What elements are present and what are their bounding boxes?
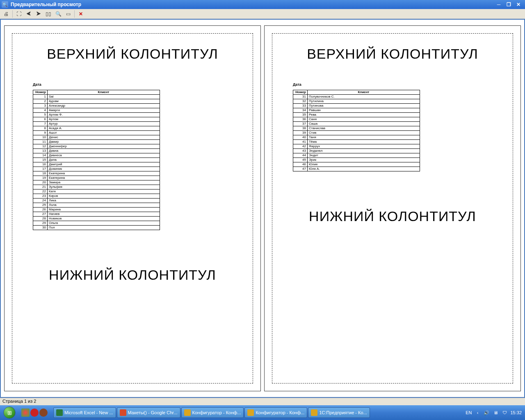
cell-client: Лола <box>47 203 160 208</box>
table-row: 43Энджнел <box>293 149 420 153</box>
cell-number: 7 <box>33 122 48 126</box>
cell-number: 22 <box>33 189 48 194</box>
table-row: 24Лика <box>33 199 160 203</box>
cell-number: 6 <box>33 117 48 122</box>
taskbar-item[interactable]: Конфигуратор - Конф... <box>244 407 307 418</box>
table-row: 33Путинова <box>293 104 420 108</box>
cell-number: 32 <box>293 99 308 104</box>
cell-client: Sal <box>47 95 160 99</box>
close-button[interactable]: ✕ <box>514 1 523 8</box>
taskbar-item-label: Microsoft Excel - New ... <box>64 410 113 415</box>
taskbar-item[interactable]: 1С:Предприятие - Ко... <box>308 407 370 418</box>
next-page-button[interactable]: ⮞ <box>34 10 43 18</box>
table-row: 40Таня <box>293 135 420 140</box>
table-row: 37Саша <box>293 122 420 126</box>
page-1: ВЕРХНИЙ КОЛОНТИТУЛ Дата Номер Клиент 1Sa… <box>4 25 261 391</box>
cell-number: 2 <box>33 99 48 104</box>
cell-number: 13 <box>33 149 48 153</box>
ql-app-icon[interactable] <box>39 409 48 417</box>
cell-client: Фаррух <box>307 144 420 149</box>
cell-number: 3 <box>33 104 48 108</box>
cell-client: Таня <box>307 135 420 140</box>
cell-number: 26 <box>33 208 48 212</box>
print-button[interactable]: 🖨 <box>2 10 11 18</box>
table-row: 41Тёма <box>293 140 420 144</box>
date-label: Дата <box>293 82 492 87</box>
clock[interactable]: 15:32 <box>510 410 522 415</box>
zoom-out-button[interactable]: ▭ <box>64 10 73 18</box>
paper-area[interactable]: ВЕРХНИЙ КОЛОНТИТУЛ Дата Номер Клиент 1Sa… <box>1 20 524 397</box>
two-page-button[interactable]: ▯▯ <box>44 10 53 18</box>
ql-chrome-icon[interactable] <box>21 409 30 417</box>
toolbar: 🖨 ⛶ ⮜ ⮞ ▯▯ 🔍 ▭ ✕ <box>0 9 525 19</box>
taskbar-item-icon <box>311 409 317 416</box>
cell-number: 31 <box>293 95 308 99</box>
zoom-in-button[interactable]: 🔍 <box>54 10 63 18</box>
cell-client: Нагиев <box>47 212 160 217</box>
tray-volume-icon[interactable]: 🔊 <box>483 409 490 416</box>
tray-network-icon[interactable]: 🖥 <box>492 409 499 416</box>
cell-number: 35 <box>293 113 308 117</box>
ql-opera-icon[interactable] <box>30 409 39 417</box>
table-row: 46Юлия <box>293 162 420 167</box>
maximize-button[interactable]: ❐ <box>504 1 514 8</box>
col-number: Номер <box>33 90 48 95</box>
table-row: 28Новиков <box>33 217 160 221</box>
table-row: 34Равшан <box>293 108 420 113</box>
prev-page-button[interactable]: ⮜ <box>24 10 33 18</box>
cell-number: 18 <box>33 171 48 176</box>
start-button[interactable]: ⊞ <box>0 405 19 420</box>
cell-number: 44 <box>293 153 308 158</box>
cell-number: 16 <box>33 162 48 167</box>
fit-page-button[interactable]: ⛶ <box>14 10 23 18</box>
close-preview-button[interactable]: ✕ <box>76 10 85 18</box>
date-label: Дата <box>33 82 232 87</box>
tray-shield-icon[interactable]: 🛡 <box>501 409 508 416</box>
ql-divider-icon <box>48 409 51 417</box>
cell-client: Рева <box>307 113 420 117</box>
cell-client: Асадя А. <box>47 126 160 131</box>
cell-client: Эрик <box>307 158 420 162</box>
table-row: 39Стив <box>293 131 420 135</box>
table-row: 12Дженнифер <box>33 144 160 149</box>
tray-arrow-icon[interactable]: ‹ <box>474 409 481 416</box>
table-row: 32Путилина <box>293 99 420 104</box>
col-client: Клиент <box>307 90 420 95</box>
cell-client: Полувочников С. <box>307 95 420 99</box>
cell-client: Катя <box>47 189 160 194</box>
cell-client: Юля А. <box>307 167 420 171</box>
taskbar-item-label: Конфигуратор - Конф... <box>256 410 304 415</box>
cell-number: 4 <box>33 108 48 113</box>
taskbar-item-icon <box>184 409 191 416</box>
page-header: ВЕРХНИЙ КОЛОНТИТУЛ <box>33 46 232 62</box>
cell-client: Марина <box>47 208 160 212</box>
cell-number: 46 <box>293 162 308 167</box>
cell-number: 33 <box>293 104 308 108</box>
table-row: 21Зульфия <box>33 185 160 189</box>
window-title: Предварительный просмотр <box>11 2 81 7</box>
statusbar: Страница 1 из 2 <box>0 398 525 405</box>
minimize-button[interactable]: ─ <box>494 1 504 8</box>
cell-client: Энджнел <box>307 149 420 153</box>
col-number: Номер <box>293 90 308 95</box>
cell-number: 25 <box>33 203 48 208</box>
taskbar-item[interactable]: Макеты() - Google Chr... <box>117 407 180 418</box>
taskbar-item[interactable]: Конфигуратор - Конф... <box>181 407 244 418</box>
cell-number: 30 <box>33 226 48 230</box>
table-row: 44Эндит <box>293 153 420 158</box>
table-row: 14Дианеса <box>33 153 160 158</box>
cell-number: 47 <box>293 167 308 171</box>
language-indicator[interactable]: EN <box>466 410 472 415</box>
cell-number: 27 <box>33 212 48 217</box>
cell-number: 40 <box>293 135 308 140</box>
table-row: 8Асадя А. <box>33 126 160 131</box>
cell-number: 14 <box>33 153 48 158</box>
taskbar-item[interactable]: Microsoft Excel - New ... <box>53 407 116 418</box>
table-row: 20Замира <box>33 180 160 185</box>
table-row: 6Артем <box>33 117 160 122</box>
cell-number: 36 <box>293 117 308 122</box>
cell-client: Артем <box>47 117 160 122</box>
table-row: 10Денис <box>33 135 160 140</box>
cell-number: 9 <box>33 131 48 135</box>
cell-client: Александр <box>47 104 160 108</box>
